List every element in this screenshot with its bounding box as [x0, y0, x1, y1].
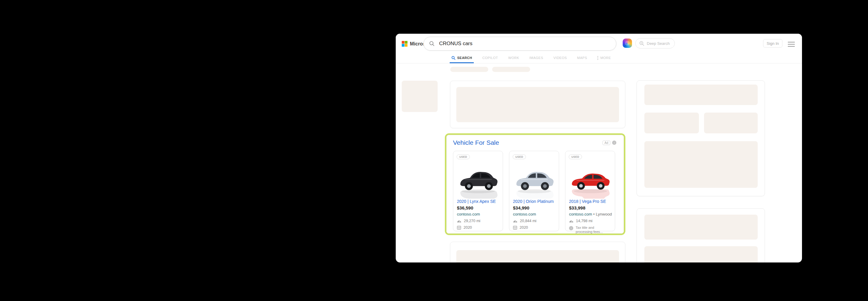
search-box[interactable]: CRONUS cars	[424, 37, 616, 51]
skeleton-block	[644, 141, 758, 188]
search-icon	[429, 41, 435, 46]
vehicle-mileage-row: 20,844 mi	[513, 219, 555, 223]
vehicle-ad-module-inner: Vehicle For Sale Ad i USED	[446, 135, 624, 234]
car-photo-black-suv	[457, 160, 500, 199]
search-tab-icon	[452, 56, 456, 60]
skeleton-block	[456, 87, 619, 122]
skeleton-block	[644, 214, 758, 240]
tab-images[interactable]: IMAGES	[529, 53, 543, 63]
tab-label: MAPS	[577, 56, 587, 60]
result-card-placeholder	[450, 242, 625, 263]
vehicle-title-link[interactable]: 2020 | Orion Platinum	[513, 199, 555, 204]
mileage-value: 14,798 mi	[576, 219, 592, 223]
vehicle-site-domain[interactable]: contoso.com	[569, 212, 592, 216]
ad-info-icon[interactable]: i	[612, 140, 616, 145]
result-card-placeholder	[450, 81, 625, 128]
skeleton-block	[704, 112, 758, 133]
tab-label: IMAGES	[529, 56, 543, 60]
tab-label: SEARCH	[457, 56, 472, 60]
vehicle-title-link[interactable]: 2020 | Lynx Apex SE	[457, 199, 499, 204]
car-photo-red-sedan	[569, 160, 612, 199]
odometer-icon	[513, 220, 518, 223]
module-title[interactable]: Vehicle For Sale	[453, 139, 499, 146]
bing-header: Microsoft Bing CRONUS cars Deep Search S…	[396, 34, 802, 64]
skeleton-block	[450, 67, 488, 72]
condition-badge: USED	[513, 155, 526, 159]
condition-badge: USED	[457, 155, 470, 159]
desktop-background: Microsoft Bing CRONUS cars Deep Search S…	[0, 0, 868, 301]
vehicle-location: Lynwood	[596, 212, 612, 216]
sidebar-card-placeholder	[637, 80, 765, 196]
tab-more[interactable]: MORE	[597, 53, 611, 63]
skeleton-block	[644, 112, 699, 133]
copilot-icon[interactable]	[623, 38, 632, 48]
year-value: 2020	[520, 226, 528, 230]
tab-copilot[interactable]: COPILOT	[482, 53, 498, 63]
vehicle-title-link[interactable]: 2018 | Vega Pro SE	[569, 199, 611, 204]
tab-label: MORE	[600, 56, 611, 60]
search-tabs: SEARCH COPILOT WORK IMAGES VIDEOS MAPS M…	[452, 53, 611, 63]
hamburger-menu-icon[interactable]	[788, 42, 795, 47]
vehicle-ad-module: Vehicle For Sale Ad i USED	[445, 133, 625, 235]
skeleton-block	[644, 85, 758, 105]
location-separator: •	[593, 212, 595, 216]
vehicle-site[interactable]: contoso.com	[513, 212, 555, 216]
vehicle-site[interactable]: contoso.com	[457, 212, 499, 216]
tab-label: VIDEOS	[553, 56, 567, 60]
note-info-icon: i	[569, 226, 573, 230]
skeleton-block	[492, 67, 530, 72]
odometer-icon	[569, 220, 574, 223]
vehicle-mileage-row: 29,270 mi	[457, 219, 499, 223]
sidebar-card-placeholder	[637, 208, 765, 263]
sign-in-button[interactable]: Sign In	[763, 39, 782, 47]
vehicle-card[interactable]: USED 2020	[453, 151, 503, 231]
mileage-value: 20,844 mi	[520, 219, 536, 223]
module-header: Vehicle For Sale Ad i	[447, 135, 624, 146]
vehicle-mileage-row: 14,798 mi	[569, 219, 611, 223]
calendar-icon	[457, 226, 461, 230]
skeleton-block	[644, 246, 758, 263]
deep-search-icon	[639, 41, 644, 46]
odometer-icon	[457, 220, 461, 223]
vehicle-price: $36,590	[457, 205, 499, 210]
vehicle-year-row: 2020	[457, 226, 499, 230]
vehicle-site[interactable]: contoso.com • Lynwood	[569, 212, 611, 216]
car-photo-silver-suv	[513, 160, 556, 199]
more-dots-icon	[597, 56, 598, 60]
deep-search-label: Deep Search	[647, 41, 670, 46]
vehicle-fees-note-row: i Tax title and processing fees...	[569, 226, 611, 234]
tab-maps[interactable]: MAPS	[577, 53, 587, 63]
mileage-value: 29,270 mi	[464, 219, 480, 223]
microsoft-logo-icon	[402, 41, 407, 47]
skeleton-block	[402, 81, 438, 112]
vehicle-price: $34,990	[513, 205, 555, 210]
module-header-right: Ad i	[602, 140, 616, 145]
vehicle-cards-row: USED 2020	[453, 151, 615, 231]
year-value: 2020	[464, 226, 472, 230]
tab-label: COPILOT	[482, 56, 498, 60]
search-input[interactable]: CRONUS cars	[439, 41, 472, 47]
calendar-icon	[513, 226, 517, 230]
fees-note: Tax title and processing fees...	[576, 226, 603, 234]
tab-search[interactable]: SEARCH	[452, 53, 472, 63]
vehicle-year-row: 2020	[513, 226, 555, 230]
ad-badge: Ad	[602, 140, 610, 145]
condition-badge: USED	[569, 155, 582, 159]
vehicle-card[interactable]: USED 2018	[565, 151, 615, 231]
vehicle-price: $33,998	[569, 205, 611, 210]
tab-label: WORK	[508, 56, 519, 60]
deep-search-button[interactable]: Deep Search	[635, 38, 675, 48]
vehicle-card[interactable]: USED 2020	[509, 151, 559, 231]
browser-window: Microsoft Bing CRONUS cars Deep Search S…	[396, 34, 802, 263]
tab-videos[interactable]: VIDEOS	[553, 53, 567, 63]
skeleton-block	[456, 250, 619, 263]
tab-work[interactable]: WORK	[508, 53, 519, 63]
